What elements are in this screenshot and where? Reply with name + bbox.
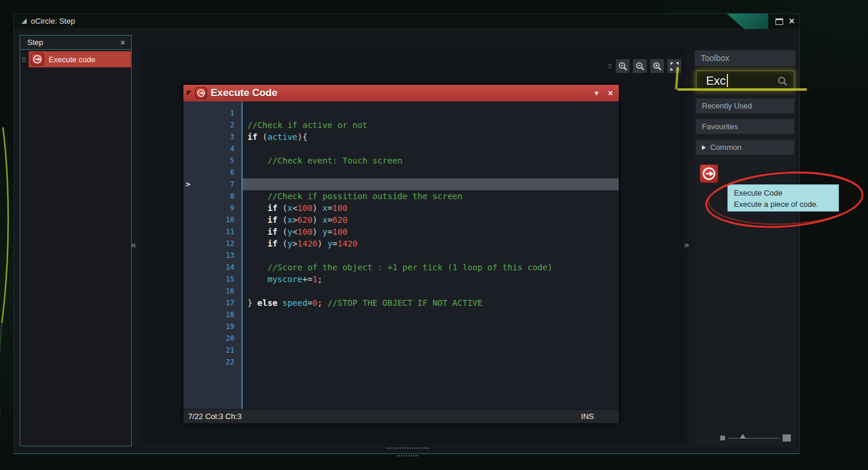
toolbar-grip-icon[interactable] xyxy=(608,64,612,68)
collapse-right-panel-button[interactable]: » xyxy=(684,239,689,250)
code-text xyxy=(243,321,619,332)
code-text xyxy=(243,178,619,190)
toolbox-result-item[interactable] xyxy=(700,164,796,186)
maximize-button[interactable] xyxy=(775,18,783,25)
fit-view-button[interactable] xyxy=(667,59,682,73)
execute-code-icon[interactable] xyxy=(700,164,718,183)
line-number: 21 xyxy=(183,344,243,356)
action-list-item[interactable]: Execute code xyxy=(20,51,131,68)
app-window: oCircle: Step × Step × Execute code xyxy=(14,13,800,454)
toolbox-search-input[interactable]: Exc xyxy=(696,71,794,91)
status-bar: 7/22 Col:3 Ch:3 INS xyxy=(183,409,619,423)
collapse-icon[interactable] xyxy=(187,91,192,95)
code-line-19[interactable]: 19 xyxy=(183,321,619,332)
zoom-out-button[interactable] xyxy=(615,59,630,73)
line-number: 10 xyxy=(183,214,243,226)
window-titlebar: oCircle: Step × xyxy=(14,14,799,29)
window-collapse-icon[interactable] xyxy=(21,18,27,24)
code-line-10[interactable]: 10 if (x>620) x=620 xyxy=(183,214,619,226)
collapse-left-panel-button[interactable]: « xyxy=(131,239,136,250)
line-number: 2 xyxy=(183,119,243,131)
slider-small-box[interactable] xyxy=(720,436,725,440)
code-text: //Check if active or not xyxy=(243,119,619,131)
line-number: 7 xyxy=(183,178,243,190)
window-title: oCircle: Step xyxy=(31,17,75,25)
code-text: //Score of the object : +1 per tick (1 l… xyxy=(243,261,619,273)
code-line-15[interactable]: 15 myscore+=1; xyxy=(183,273,619,285)
drag-handle-icon[interactable] xyxy=(20,51,28,68)
step-tab[interactable]: Step × xyxy=(20,36,131,50)
execute-code-icon xyxy=(31,53,44,66)
highlight-marker-underline xyxy=(678,88,807,91)
code-line-22[interactable]: 22 xyxy=(183,356,619,368)
zoom-toolbar xyxy=(608,59,682,73)
code-window-close-button[interactable]: × xyxy=(607,88,614,98)
line-number: 14 xyxy=(183,261,243,273)
line-number: 22 xyxy=(183,356,243,368)
titlebar-decoration xyxy=(727,14,768,29)
line-number: 3 xyxy=(183,131,243,143)
code-window-titlebar[interactable]: Execute Code ▼ × xyxy=(183,85,619,101)
code-area[interactable]: 12//Check if active or not3if (active){4… xyxy=(183,101,619,409)
code-line-5[interactable]: 5 //Check event: Touch screen xyxy=(183,155,619,167)
tooltip: Execute Code Execute a piece of code. xyxy=(727,184,839,212)
line-number: 17 xyxy=(183,297,243,309)
step-panel: Step × Execute code xyxy=(20,35,132,446)
code-line-2[interactable]: 2//Check if active or not xyxy=(183,119,619,131)
line-number: 6 xyxy=(183,167,243,178)
slider-thumb[interactable] xyxy=(740,434,746,439)
code-text: if (x<100) x=100 xyxy=(243,202,619,214)
toolbox-section-common[interactable]: Common xyxy=(696,140,794,155)
code-line-16[interactable]: 16 xyxy=(183,285,619,297)
code-line-9[interactable]: 9 if (x<100) x=100 xyxy=(183,202,619,214)
line-number: 5 xyxy=(183,155,243,167)
slider-large-box[interactable] xyxy=(783,434,791,442)
step-panel-close-button[interactable]: × xyxy=(120,38,125,47)
dropdown-arrow-icon[interactable]: ▼ xyxy=(590,89,603,97)
code-text xyxy=(243,167,619,178)
line-number: 19 xyxy=(183,321,243,332)
action-item-label: Execute code xyxy=(49,55,96,64)
zoom-reset-button[interactable] xyxy=(632,59,647,73)
code-line-1[interactable]: 1 xyxy=(183,107,619,119)
code-line-13[interactable]: 13 xyxy=(183,250,619,261)
expand-arrow-icon xyxy=(702,145,706,150)
line-number: 1 xyxy=(183,107,243,119)
code-line-8[interactable]: 8 //Check if possition outside the scree… xyxy=(183,190,619,202)
dock-grip-dots[interactable] xyxy=(397,455,418,456)
code-line-17[interactable]: 17} else speed=0; //STOP THE OBJECT IF N… xyxy=(183,297,619,309)
code-line-18[interactable]: 18 xyxy=(183,309,619,321)
code-line-11[interactable]: 11 if (y<100) y=100 xyxy=(183,226,619,238)
desktop: oCircle: Step × Step × Execute code xyxy=(0,0,868,470)
code-text xyxy=(243,309,619,321)
toolbox-section-recently-used[interactable]: Recently Used xyxy=(696,98,794,113)
toolbox-section-label: Recently Used xyxy=(702,101,752,110)
window-close-button[interactable]: × xyxy=(789,17,794,26)
dock-grip-dots[interactable] xyxy=(386,447,429,449)
code-line-20[interactable]: 20 xyxy=(183,332,619,344)
code-line-6[interactable]: 6 xyxy=(183,167,619,178)
code-line-12[interactable]: 12 if (y>1420) y=1420 xyxy=(183,238,619,250)
step-tab-label: Step xyxy=(27,38,43,47)
line-number: 15 xyxy=(183,273,243,285)
execute-code-action[interactable]: Execute code xyxy=(28,51,131,68)
code-text: //Check event: Touch screen xyxy=(243,155,619,167)
toolbox-section-favourites[interactable]: Favourites xyxy=(696,119,794,134)
toolbox-zoom-slider[interactable] xyxy=(695,433,796,443)
code-text: myscore+=1; xyxy=(243,273,619,285)
slider-track[interactable] xyxy=(728,438,780,439)
code-text: if (y>1420) y=1420 xyxy=(243,238,619,250)
code-line-21[interactable]: 21 xyxy=(183,344,619,356)
code-line-14[interactable]: 14 //Score of the object : +1 per tick (… xyxy=(183,261,619,273)
toolbox-panel: Toolbox Exc Recently UsedFavouritesCommo… xyxy=(695,50,796,446)
canvas-area: Execute Code ▼ × 12//Check if active or … xyxy=(140,48,686,445)
code-line-4[interactable]: 4 xyxy=(183,143,619,155)
code-line-3[interactable]: 3if (active){ xyxy=(183,131,619,143)
zoom-in-button[interactable] xyxy=(650,59,664,73)
code-text xyxy=(243,356,619,368)
code-text: //Check if possition outside the screen xyxy=(243,190,619,202)
code-line-7[interactable]: >7 xyxy=(183,178,619,190)
code-text xyxy=(243,143,619,155)
line-number: 8 xyxy=(183,190,243,202)
code-text xyxy=(243,250,619,261)
